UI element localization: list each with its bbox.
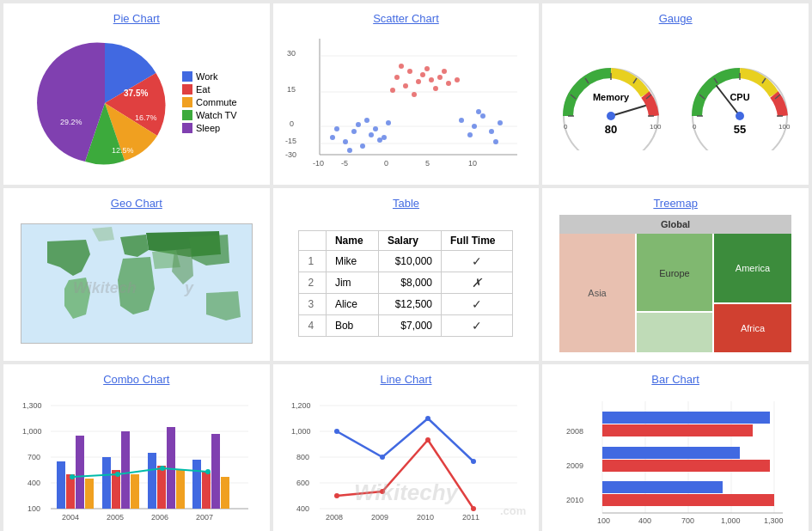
svg-text:700: 700 — [27, 453, 40, 461]
svg-point-79 — [736, 112, 744, 120]
treemap-cell: Treemap Global Asia Europe America Afric… — [542, 188, 809, 361]
line-chart-area: 1,200 1,000 800 600 400 2008 2009 2010 2… — [282, 391, 531, 528]
svg-point-25 — [429, 77, 434, 82]
svg-text:-10: -10 — [313, 159, 324, 168]
row-salary: $12,500 — [378, 294, 441, 315]
row-salary: $7,000 — [378, 315, 441, 337]
svg-rect-116 — [102, 457, 111, 509]
geo-svg: Wikitech y — [21, 224, 253, 344]
svg-point-40 — [377, 137, 382, 143]
pie-svg: 37.5% 16.7% 12.5% 29.2% — [36, 34, 174, 172]
table-row: 3 Alice $12,500 ✓ — [299, 294, 513, 315]
svg-text:1,300: 1,300 — [22, 401, 42, 410]
combo-chart-title[interactable]: Combo Chart — [103, 373, 169, 386]
svg-text:0: 0 — [693, 123, 697, 131]
pie-chart-title[interactable]: Pie Chart — [113, 12, 160, 25]
row-salary: $8,000 — [378, 272, 441, 294]
svg-rect-173 — [602, 494, 774, 506]
svg-point-41 — [347, 148, 352, 153]
svg-text:700: 700 — [681, 516, 694, 525]
geo-chart-cell: Geo Chart — [3, 188, 270, 361]
svg-text:1,300: 1,300 — [764, 516, 784, 525]
row-name: Alice — [326, 294, 378, 315]
svg-point-27 — [412, 92, 417, 97]
svg-point-31 — [437, 75, 443, 80]
svg-point-131 — [205, 469, 211, 474]
scatter-chart-area: 30 15 0 -15 -30 -10 -5 0 5 10 — [282, 30, 531, 176]
combo-chart-cell: Combo Chart 1,300 1,000 700 400 100 2004… — [3, 364, 270, 531]
svg-text:400: 400 — [296, 504, 309, 513]
svg-rect-123 — [176, 470, 185, 509]
table-title[interactable]: Table — [393, 197, 419, 210]
svg-text:1,000: 1,000 — [721, 516, 741, 525]
svg-point-46 — [386, 120, 391, 125]
row-fulltime: ✓ — [442, 315, 513, 337]
svg-text:2010: 2010 — [566, 496, 583, 504]
svg-text:100: 100 — [597, 516, 610, 525]
table-row: 4 Bob $7,000 ✓ — [299, 315, 513, 337]
svg-text:0: 0 — [384, 159, 388, 168]
svg-point-153 — [471, 506, 476, 511]
svg-text:y: y — [184, 279, 194, 296]
svg-point-53 — [467, 132, 473, 137]
svg-text:0: 0 — [290, 119, 294, 128]
row-fulltime: ✓ — [442, 251, 513, 272]
svg-text:2008: 2008 — [326, 513, 343, 522]
svg-text:5: 5 — [425, 159, 430, 168]
svg-text:-15: -15 — [285, 137, 296, 145]
svg-text:400: 400 — [27, 479, 40, 487]
line-chart-title[interactable]: Line Chart — [381, 373, 432, 386]
svg-point-128 — [70, 474, 75, 479]
row-num: 4 — [299, 315, 326, 337]
bar-chart-title[interactable]: Bar Chart — [651, 373, 699, 386]
svg-point-47 — [334, 126, 339, 131]
svg-point-70 — [693, 69, 787, 150]
svg-text:1,200: 1,200 — [291, 401, 311, 410]
geo-chart-title[interactable]: Geo Chart — [111, 197, 162, 210]
svg-text:15: 15 — [287, 85, 296, 94]
legend-eat: Eat — [196, 84, 211, 95]
row-salary: $10,000 — [378, 251, 441, 272]
svg-point-150 — [334, 493, 339, 498]
svg-text:100: 100 — [650, 123, 662, 131]
pie-chart-cell: Pie Chart 37.5% 16.7% 12.5% — [3, 3, 270, 185]
svg-point-38 — [360, 143, 365, 149]
row-num: 1 — [299, 251, 326, 272]
svg-text:2004: 2004 — [62, 513, 79, 522]
svg-point-55 — [493, 139, 498, 144]
svg-text:12.5%: 12.5% — [112, 146, 134, 155]
svg-text:100: 100 — [27, 504, 40, 513]
svg-rect-113 — [66, 474, 75, 509]
svg-point-43 — [364, 118, 369, 123]
svg-point-49 — [472, 124, 477, 129]
svg-point-34 — [455, 77, 460, 82]
svg-rect-119 — [131, 474, 139, 509]
svg-text:2011: 2011 — [462, 513, 479, 522]
gauge-title[interactable]: Gauge — [659, 12, 693, 25]
svg-text:10: 10 — [468, 159, 477, 168]
table-row: 2 Jim $8,000 ✗ — [299, 272, 513, 294]
scatter-chart-title[interactable]: Scatter Chart — [373, 12, 439, 25]
svg-rect-112 — [57, 461, 65, 509]
col-salary: Salary — [378, 231, 441, 251]
svg-text:2009: 2009 — [371, 513, 388, 522]
svg-rect-170 — [602, 447, 740, 459]
svg-text:America: America — [736, 263, 771, 273]
svg-text:2010: 2010 — [417, 513, 434, 522]
pie-container: 37.5% 16.7% 12.5% 29.2% Work Eat Commute… — [36, 34, 237, 172]
treemap-title[interactable]: Treemap — [653, 197, 698, 210]
svg-text:16.7%: 16.7% — [135, 113, 157, 122]
table-area: Name Salary Full Time 1 Mike $10,000 ✓ 2… — [282, 215, 531, 352]
svg-text:80: 80 — [605, 123, 617, 136]
table-row: 1 Mike $10,000 ✓ — [299, 251, 513, 272]
svg-text:Wikitech: Wikitech — [73, 279, 137, 296]
bar-chart-area: 2008 2009 2010 100 400 700 1,000 1,300 — [551, 391, 800, 528]
svg-rect-169 — [602, 424, 753, 436]
line-chart-cell: Line Chart 1,200 1,000 800 600 400 2008 … — [273, 364, 540, 531]
svg-text:800: 800 — [296, 453, 309, 461]
data-table: Name Salary Full Time 1 Mike $10,000 ✓ 2… — [298, 230, 513, 337]
geo-map: Wikitech y — [21, 223, 253, 344]
svg-text:1,000: 1,000 — [22, 427, 42, 436]
col-name: Name — [326, 231, 378, 251]
svg-point-28 — [399, 64, 404, 69]
